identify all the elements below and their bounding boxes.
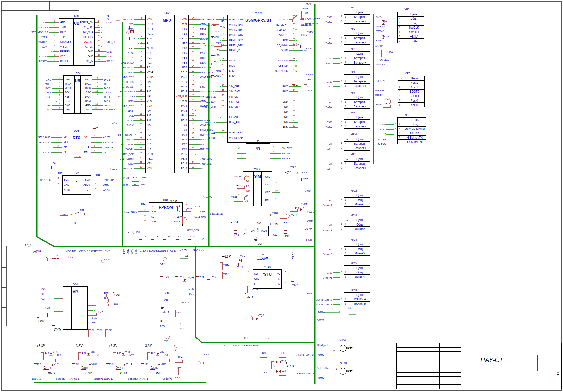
connector-circuit-label[interactable]: Батарея+ xyxy=(350,104,370,109)
pin-DA3-3[interactable]: 3 xyxy=(225,282,253,286)
pin-DD3-25[interactable]: ✕25 xyxy=(289,64,317,68)
connector-circuit-label[interactable]: Лог. 0 xyxy=(404,103,424,107)
pin-DD2-7[interactable]: RST7 xyxy=(118,46,145,50)
pin-DD2-29[interactable]: SPI2_SCK29 xyxy=(118,152,145,156)
connector-circuit-label[interactable]: Батарея- xyxy=(350,36,370,40)
pin-DA3-6[interactable]: ✕6 xyxy=(282,272,309,276)
pin-DD2-32[interactable]: VDD_CPU32 xyxy=(118,167,145,170)
pin-DA1-4[interactable]: +3.3V4 xyxy=(91,188,119,192)
pin-DD2-33[interactable]: INT33 xyxy=(189,167,216,170)
pin-DD5-2[interactable]: DI_RS4852 xyxy=(34,140,62,144)
pin-DD6-6[interactable]: 6 xyxy=(215,200,243,203)
pin-DD2-11[interactable]: SPI2_MOSI11 xyxy=(118,66,145,69)
pin-DS1-4[interactable]: 4 xyxy=(121,220,149,224)
pin-DD2-38[interactable]: INPUT238 xyxy=(189,142,216,146)
connector-circuit-label[interactable]: Батарея- xyxy=(350,161,370,166)
pin-DD2-31[interactable]: GND31 xyxy=(118,162,145,165)
connector-circuit-label[interactable]: Батарея+ xyxy=(350,146,370,150)
connector-circuit-label[interactable]: Общ. xyxy=(404,122,426,126)
pin-DD2-13[interactable]: VDD_CPU13 xyxy=(118,75,145,79)
pin-DD5-4[interactable]: TX_RS4854 xyxy=(34,151,62,154)
pin-DD2-36[interactable]: ✕36 xyxy=(189,152,216,156)
connector-XP5[interactable]: XP5→Цепь1Батарея-2Батарея+GND1BAT+2 xyxy=(344,74,370,88)
connector-circuit-label[interactable]: Батарея- xyxy=(350,14,370,19)
connector-circuit-label[interactable]: Батарея+ xyxy=(350,124,370,128)
connector-XP3[interactable]: XP3→Цепь1Общ.2Общ.3SWCLK4SWDIO5+3.3V6+3.… xyxy=(397,12,424,43)
pin-DD3-21[interactable]: 21 xyxy=(289,100,317,104)
connector-circuit-label[interactable]: Линия4 xyxy=(350,275,370,279)
connector-XP16[interactable]: XP16→Цепь1RS485_A2RS485_BRS485_Line_B1RS… xyxy=(344,292,370,306)
pin-DD2-28[interactable]: BOOT128 xyxy=(118,148,145,151)
ic-D1[interactable]: **D1*D✕123Sim_VCC6Sim_RST5Sim_CLK4 xyxy=(246,143,270,163)
pin-DD3-14[interactable]: ✕14 xyxy=(200,85,228,89)
ic-DD3[interactable]: **DD3GSM/GPRS/BTUART1_TXDGSM_RX1UART1_RX… xyxy=(228,15,289,142)
pin-DD3-18[interactable]: Sim_VCC18 xyxy=(200,105,228,109)
connector-circuit-label[interactable]: Общ. xyxy=(350,222,370,227)
pin-DS1-7[interactable]: 7 xyxy=(183,210,210,214)
pin-DD3-23[interactable]: D_RXD23 xyxy=(200,131,228,135)
ic-DA1[interactable]: DA1t°SCLTMP_SCL1GND2ADD13SDATMP_SDA6ADD0… xyxy=(62,175,91,195)
pin-DD3-16[interactable]: Sim_CLK16 xyxy=(200,95,228,99)
ic-DD5[interactable]: DD5RTXRORX_RS4851RE#DI_RS4852DE3DITX_RS4… xyxy=(62,133,91,157)
pin-DD2-16[interactable]: TXD_MODULE16 xyxy=(118,90,145,94)
pin-DD2-10[interactable]: SPI2_MISO10 xyxy=(118,61,145,65)
connector-circuit-label[interactable]: GSM прг.TX xyxy=(404,135,426,140)
connector-circuit-label[interactable]: Лог. 1 xyxy=(404,85,424,89)
pin-DD5-6[interactable]: RS485_A6 xyxy=(91,146,119,149)
pin-DD1-5[interactable]: STANDBY5 xyxy=(31,40,59,44)
pin-DD6-10[interactable]: 10 xyxy=(272,191,300,194)
connector-circuit-label[interactable]: +3.3V xyxy=(404,34,424,39)
connector-XP4[interactable]: XP4→Цепь1Батарея-2Батарея+GND1BAT+2 xyxy=(344,51,370,65)
connector-circuit-label[interactable]: BOOT0 xyxy=(404,89,424,94)
coax-XP18[interactable] xyxy=(340,368,346,375)
pin-DD3-31[interactable]: 31 xyxy=(289,110,317,114)
pin-DD2-15[interactable]: RX_RS48515 xyxy=(118,85,145,89)
pin-DD3-9[interactable]: ✕9 xyxy=(200,59,228,63)
connector-circuit-label[interactable]: SWDIO xyxy=(404,30,424,34)
connector-circuit-label[interactable]: SWCLK xyxy=(404,25,424,30)
pin-DD3-28[interactable]: GND28 xyxy=(289,49,317,52)
pin-DD3-19[interactable]: 19 xyxy=(289,105,317,109)
pin-DD1-1[interactable]: GND1 xyxy=(31,21,59,24)
connector-XP1[interactable]: XP1→Цепь1Батарея-2Батарея+GND1BAT+2 xyxy=(344,10,370,24)
pin-DS1-8[interactable]: +3.3V8 xyxy=(183,205,210,209)
connector-circuit-label[interactable]: RS485_B xyxy=(350,302,370,306)
pin-DA4-3[interactable] xyxy=(35,309,63,313)
pin-DD2-14[interactable]: TX_RS48514 xyxy=(118,80,145,84)
connector-XP14[interactable]: XP14→Цепь1Общ.2Линия3GND1Sensor32 xyxy=(344,242,370,256)
pin-DD5-8[interactable]: +3.3V8 xyxy=(91,136,119,139)
ic-DD6[interactable]: **DD6SIMVCC1RST2CLK3GND4VPP✕5I/O6GND12GN… xyxy=(243,171,272,206)
pin-DD1-6[interactable]: +3.3V6 xyxy=(31,45,59,49)
pin-DD2-18[interactable]: GND18 xyxy=(118,99,145,103)
pin-DA1-3[interactable]: 3 xyxy=(35,188,62,192)
pin-DD3-32[interactable]: GSM_Ant32 xyxy=(200,121,228,124)
pin-DD3-17[interactable]: Sim_RST17 xyxy=(200,100,228,104)
connector-XP6[interactable]: XP6→Цепь1Батарея-2Батарея+GND1BAT+2 xyxy=(344,95,370,109)
pin-DD1-9[interactable]: RESET9 xyxy=(31,60,59,63)
pin-DA4-7[interactable] xyxy=(88,323,115,327)
connector-circuit-label[interactable]: Общ. xyxy=(404,21,424,25)
pin-DD3-5[interactable]: ✕5 xyxy=(200,38,228,42)
pin-DD2-6[interactable]: ✕6 xyxy=(118,42,145,46)
pin-DD3-33[interactable]: 33 xyxy=(289,126,317,129)
pin-DA1-1[interactable]: TMP_SCL1 xyxy=(35,178,62,182)
pin-D1-6[interactable]: Sim_VCC6 xyxy=(270,146,298,150)
pin-DD4-8[interactable]: GND8 xyxy=(35,108,63,112)
pin-DD2-37[interactable]: INPUT137 xyxy=(189,148,216,151)
connector-circuit-label[interactable]: Батарея- xyxy=(350,120,370,124)
ic-DA4[interactable]: DA4VR✕✕ xyxy=(63,287,88,330)
pin-DD4-9[interactable]: Ant_LoRa9 xyxy=(92,108,120,112)
pin-DD2-51[interactable]: ✕51 xyxy=(189,80,216,84)
pin-DD1-7[interactable]: ✕7 xyxy=(31,50,59,53)
ic-DD2[interactable]: DD2MPUVDDVDD_CPU1PC13LED2PC14GND3PC154PH… xyxy=(145,15,189,173)
connector-circuit-label[interactable]: Батарея+ xyxy=(350,83,370,88)
connector-circuit-label[interactable]: Батарея- xyxy=(350,79,370,83)
connector-XP9[interactable]: XP9*→Цепь1Общ.2GSM вк/вык/прг3Не исп.4GS… xyxy=(397,117,426,144)
pin-DD2-8[interactable]: DIO08 xyxy=(118,51,145,55)
pin-DD5-3[interactable]: 3 xyxy=(34,146,62,149)
pin-D1-2[interactable]: 2 xyxy=(218,152,246,155)
connector-circuit-label[interactable]: RS485_A xyxy=(350,297,370,302)
connector-circuit-label[interactable]: Батарея+ xyxy=(350,40,370,45)
pin-DD2-27[interactable]: BAT_Check27 xyxy=(118,142,145,146)
pin-DD2-22[interactable]: MISO22 xyxy=(118,119,145,122)
